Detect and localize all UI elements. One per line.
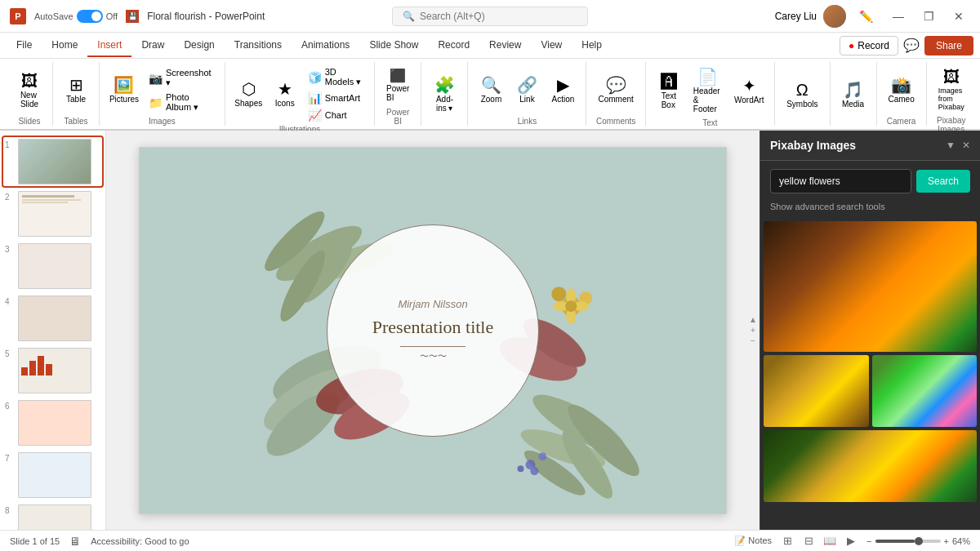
slide-info-icon[interactable]: 🖥 <box>69 535 81 548</box>
screenshot-button[interactable]: 📷 Screenshot ▾ <box>145 66 218 90</box>
comments-group-label: Comments <box>596 117 635 126</box>
zoom-slider[interactable]: − + 64% <box>866 536 970 546</box>
reading-view-button[interactable]: 📖 <box>821 534 839 549</box>
smartart-button[interactable]: 📊 SmartArt <box>305 90 368 106</box>
comments-icon[interactable]: 💬 <box>903 38 920 53</box>
links-items: 🔍 Zoom 🔗 Link ▶ Action <box>474 62 579 115</box>
chart-button[interactable]: 📈 Chart <box>305 107 368 123</box>
icons-button[interactable]: ★ Icons <box>269 78 301 111</box>
ribbon-group-addins: 🧩 Add-ins ▾ <box>421 62 468 126</box>
cameo-button[interactable]: 📸 Cameo <box>884 73 920 107</box>
maximize-button[interactable]: ❐ <box>917 8 941 24</box>
slide-canvas[interactable]: Mirjam Nilsson Presentation title 〜〜〜 <box>139 147 727 514</box>
text-box-button[interactable]: 🅰 TextBox <box>653 70 685 113</box>
edit-icon[interactable]: ✏️ <box>853 8 880 24</box>
autosave-area: AutoSave Off <box>34 10 118 23</box>
pixabay-close-icon[interactable]: ✕ <box>962 140 970 151</box>
pixabay-panel-title: Pixabay Images <box>770 139 856 152</box>
pixabay-image-1[interactable] <box>764 221 977 352</box>
slide-thumb-1[interactable]: 1 <box>3 137 102 186</box>
slides-items: 🖼 NewSlide <box>13 62 46 115</box>
tab-file[interactable]: File <box>7 34 42 57</box>
zoom-bar <box>875 540 941 543</box>
slide-thumb-8[interactable]: 8 <box>3 503 102 530</box>
wordart-button[interactable]: ✦ WordArt <box>730 74 768 108</box>
tab-draw[interactable]: Draw <box>131 34 174 57</box>
3d-models-button[interactable]: 🧊 3D Models ▾ <box>305 65 368 89</box>
pixabay-advanced-link[interactable]: Show advanced search tools <box>760 202 980 218</box>
slide-img-1 <box>18 139 91 184</box>
zoom-plus-icon[interactable]: + <box>944 536 949 546</box>
search-input[interactable] <box>420 11 567 22</box>
close-button[interactable]: ✕ <box>947 8 970 24</box>
slide-sorter-button[interactable]: ⊟ <box>800 534 817 549</box>
add-ins-button[interactable]: 🧩 Add-ins ▾ <box>428 73 461 116</box>
avatar <box>823 5 846 28</box>
pixabay-image-2[interactable] <box>764 355 869 427</box>
slide-thumb-2[interactable]: 2 <box>3 189 102 238</box>
tab-insert[interactable]: Insert <box>87 34 131 57</box>
slide-thumb-7[interactable]: 7 <box>3 451 102 500</box>
scroll-up-icon[interactable]: ▲ <box>749 315 757 324</box>
search-bar[interactable]: 🔍 <box>392 7 588 26</box>
normal-view-button[interactable]: ⊞ <box>778 534 796 549</box>
notes-button[interactable]: 📝 Notes <box>734 535 772 546</box>
pixabay-images-button[interactable]: 🖼 Images fromPixabay <box>933 65 969 114</box>
illustrations-items: ⬡ Shapes ★ Icons 🧊 3D Models ▾ 📊 SmartAr… <box>232 62 368 123</box>
pixabay-collapse-icon[interactable]: ▼ <box>946 140 956 151</box>
tab-transitions[interactable]: Transitions <box>225 34 292 57</box>
tab-help[interactable]: Help <box>572 34 612 57</box>
tab-slideshow[interactable]: Slide Show <box>359 34 428 57</box>
slideshow-button[interactable]: ▶ <box>842 534 860 549</box>
pictures-button[interactable]: 🖼️ Pictures <box>106 73 142 107</box>
powerbi-group-label: Power BI <box>381 108 414 126</box>
symbols-button[interactable]: Ω Symbols <box>782 78 822 112</box>
powerbi-items: ⬛ PowerBI <box>381 62 414 106</box>
minimize-button[interactable]: — <box>886 8 911 24</box>
svg-point-18 <box>579 291 592 304</box>
tab-view[interactable]: View <box>531 34 572 57</box>
screenshot-icon: 📷 <box>149 72 163 85</box>
file-title: Floral flourish - PowerPoint <box>147 11 265 22</box>
tab-review[interactable]: Review <box>479 34 531 57</box>
tab-record[interactable]: Record <box>428 34 479 57</box>
scroll-minus-icon[interactable]: − <box>751 336 755 345</box>
media-button[interactable]: 🎵 Media <box>837 78 870 112</box>
slide-thumb-4[interactable]: 4 <box>3 294 102 343</box>
pixabay-search-input[interactable] <box>770 169 911 193</box>
slide-img-8 <box>18 504 91 530</box>
table-button[interactable]: ⊞ Table <box>60 73 92 107</box>
chart-icon: 📈 <box>308 109 322 122</box>
action-button[interactable]: ▶ Action <box>546 73 579 107</box>
slide-thumb-6[interactable]: 6 <box>3 398 102 447</box>
share-button[interactable]: Share <box>924 36 973 56</box>
scroll-plus-icon[interactable]: + <box>751 326 755 335</box>
svg-point-27 <box>518 465 524 472</box>
pixabay-image-3[interactable] <box>872 355 978 427</box>
link-button[interactable]: 🔗 Link <box>510 73 543 107</box>
tab-design[interactable]: Design <box>174 34 224 57</box>
record-button[interactable]: ● Record <box>840 36 898 56</box>
slide-thumb-3[interactable]: 3 <box>3 242 102 291</box>
zoom-minus-icon[interactable]: − <box>866 536 871 546</box>
photo-album-button[interactable]: 📁 Photo Album ▾ <box>145 91 218 114</box>
slide-thumb-5[interactable]: 5 <box>3 346 102 395</box>
cameo-label: Cameo <box>889 95 915 104</box>
tab-animations[interactable]: Animations <box>292 34 359 57</box>
zoom-button[interactable]: 🔍 Zoom <box>474 73 507 107</box>
autosave-toggle[interactable] <box>77 10 103 23</box>
save-icon[interactable]: 💾 <box>126 10 139 23</box>
new-slide-icon: 🖼 <box>21 73 38 89</box>
shapes-button[interactable]: ⬡ Shapes <box>232 78 265 111</box>
comment-button[interactable]: 💬 Comment <box>593 73 638 107</box>
text-group-label: Text <box>702 118 717 127</box>
pixabay-search-button[interactable]: Search <box>916 170 970 193</box>
ribbon-group-comments: 💬 Comment Comments <box>586 62 645 126</box>
pixabay-image-4[interactable] <box>764 430 977 502</box>
header-footer-button[interactable]: 📄 Header& Footer <box>688 65 728 117</box>
svg-point-19 <box>551 287 566 301</box>
new-slide-button[interactable]: 🖼 NewSlide <box>13 69 46 112</box>
power-bi-button[interactable]: ⬛ PowerBI <box>381 66 414 105</box>
tab-home[interactable]: Home <box>42 34 87 57</box>
slide-num-1: 1 <box>5 140 15 149</box>
